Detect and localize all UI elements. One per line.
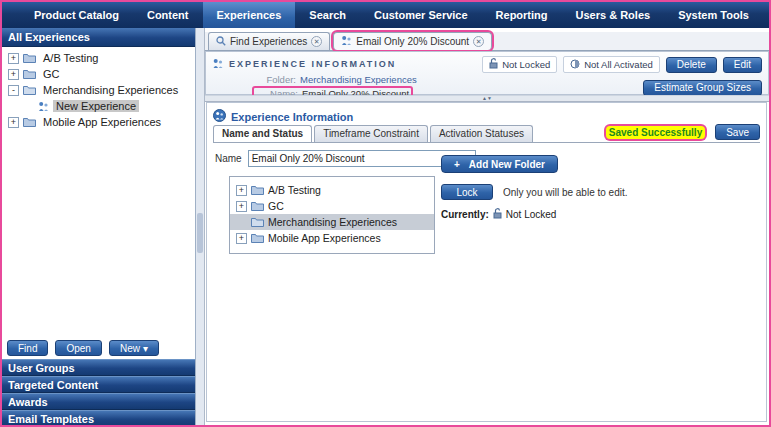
- tree-item-mobile-app-experiences[interactable]: + Mobile App Experiences: [2, 114, 195, 130]
- tab-label: Email Only 20% Discount: [356, 36, 469, 47]
- splitter-handle[interactable]: [197, 213, 203, 253]
- experience-info-title: EXPERIENCE INFORMATION: [229, 59, 396, 69]
- folder-item-merchandising-experiences[interactable]: Merchandising Experiences: [230, 214, 434, 230]
- expand-icon[interactable]: +: [236, 185, 247, 196]
- new-button-label: New: [120, 343, 140, 354]
- tree-item-label: Merchandising Experiences: [40, 84, 181, 96]
- close-icon[interactable]: ✕: [473, 36, 484, 47]
- tree-item-label: A/B Testing: [40, 52, 101, 64]
- expand-icon[interactable]: +: [8, 117, 19, 128]
- dropdown-arrow-icon[interactable]: ▾: [143, 343, 148, 354]
- nav-product-catalog[interactable]: Product Catalog: [20, 2, 133, 28]
- horizontal-splitter[interactable]: ▲▼: [205, 95, 769, 102]
- activation-status-icon: [570, 59, 580, 71]
- folder-icon: [251, 233, 264, 243]
- tab-label: Find Experiences: [230, 36, 307, 47]
- nav-experiences[interactable]: Experiences: [203, 2, 296, 28]
- expand-icon[interactable]: +: [236, 201, 247, 212]
- main-content: Find Experiences ✕ Email Only 20% Discou…: [205, 28, 769, 425]
- sidebar: All Experiences + A/B Testing + GC - Mer…: [2, 28, 196, 425]
- folder-icon: [23, 117, 36, 127]
- name-field-row: Name: [215, 150, 476, 167]
- experience-tree: + A/B Testing + GC - Merchandising Exper…: [2, 47, 195, 335]
- folder-item-label: GC: [268, 200, 284, 212]
- lock-status-row: Currently: Not Locked: [441, 208, 556, 221]
- folder-item-gc[interactable]: + GC: [230, 198, 434, 214]
- unlock-icon: [493, 208, 502, 221]
- detail-tab-bar: Name and Status Timeframe Constraint Act…: [213, 125, 760, 143]
- detail-title: Experience Information: [231, 111, 353, 123]
- sidebar-splitter[interactable]: [196, 28, 205, 425]
- tab-activation-statuses[interactable]: Activation Statuses: [430, 125, 533, 142]
- open-button[interactable]: Open: [55, 340, 101, 356]
- save-button[interactable]: Save: [715, 124, 760, 140]
- nav-users-roles[interactable]: Users & Roles: [562, 2, 665, 28]
- nav-search[interactable]: Search: [295, 2, 360, 28]
- collapse-icon[interactable]: -: [8, 85, 19, 96]
- new-button[interactable]: New ▾: [109, 340, 159, 356]
- experience-icon: [341, 35, 352, 48]
- folder-picker-tree: + A/B Testing + GC Merchandising Experie…: [229, 176, 435, 254]
- add-new-folder-button[interactable]: + Add New Folder: [441, 155, 558, 173]
- sidebar-header-all-experiences[interactable]: All Experiences: [2, 28, 195, 47]
- edit-button[interactable]: Edit: [723, 57, 762, 73]
- nav-system-tools[interactable]: System Tools: [664, 2, 763, 28]
- tab-find-experiences[interactable]: Find Experiences ✕: [208, 32, 330, 50]
- tree-item-label: GC: [40, 68, 63, 80]
- not-all-activated-text: Not All Activated: [584, 59, 653, 70]
- section-user-groups[interactable]: User Groups: [2, 359, 195, 376]
- folder-icon: [23, 69, 36, 79]
- folder-label: Folder:: [206, 74, 296, 86]
- tree-item-label: Mobile App Experiences: [40, 116, 164, 128]
- splitter-arrows-icon[interactable]: ▲▼: [482, 95, 492, 101]
- folder-icon: [251, 185, 264, 195]
- tree-item-new-experience[interactable]: New Experience: [2, 98, 195, 114]
- tree-item-gc[interactable]: + GC: [2, 66, 195, 82]
- folder-value: Merchandising Experiences: [300, 74, 417, 86]
- folder-item-ab-testing[interactable]: + A/B Testing: [230, 182, 434, 198]
- find-button[interactable]: Find: [7, 340, 48, 356]
- nav-content[interactable]: Content: [133, 2, 203, 28]
- top-nav: Product Catalog Content Experiences Sear…: [2, 2, 769, 28]
- expand-icon[interactable]: +: [8, 53, 19, 64]
- tree-item-merchandising-experiences[interactable]: - Merchandising Experiences: [2, 82, 195, 98]
- currently-label: Currently:: [441, 209, 489, 220]
- tree-item-label: New Experience: [53, 100, 139, 112]
- section-awards[interactable]: Awards: [2, 393, 195, 410]
- sidebar-accordion: User Groups Targeted Content Awards Emai…: [2, 359, 195, 427]
- info-icon: [213, 108, 226, 126]
- folder-item-label: Mobile App Experiences: [268, 232, 381, 244]
- tab-email-only-20-discount[interactable]: Email Only 20% Discount ✕: [333, 32, 492, 50]
- section-targeted-content[interactable]: Targeted Content: [2, 376, 195, 393]
- add-new-folder-label: Add New Folder: [469, 159, 545, 170]
- tree-item-ab-testing[interactable]: + A/B Testing: [2, 50, 195, 66]
- experience-info-summary: EXPERIENCE INFORMATION Folder: Merchandi…: [205, 51, 769, 95]
- folder-item-mobile-app-experiences[interactable]: + Mobile App Experiences: [230, 230, 434, 246]
- app-window: Product Catalog Content Experiences Sear…: [0, 0, 771, 427]
- folder-item-label: A/B Testing: [268, 184, 321, 196]
- nav-reporting[interactable]: Reporting: [482, 2, 562, 28]
- detail-header: Experience Information: [207, 103, 766, 126]
- experience-icon: [212, 55, 224, 73]
- plus-icon: +: [454, 159, 460, 170]
- expand-icon[interactable]: +: [236, 233, 247, 244]
- tab-timeframe-constraint[interactable]: Timeframe Constraint: [314, 125, 428, 142]
- estimate-group-sizes-button[interactable]: Estimate Group Sizes: [643, 80, 762, 96]
- lock-button[interactable]: Lock: [441, 184, 493, 200]
- unlock-icon: [489, 58, 498, 71]
- saved-successfully-badge: Saved Successfully: [606, 126, 705, 139]
- folder-item-label: Merchandising Experiences: [268, 216, 397, 228]
- section-email-templates[interactable]: Email Templates: [2, 410, 195, 427]
- delete-button[interactable]: Delete: [666, 57, 717, 73]
- close-icon[interactable]: ✕: [311, 36, 322, 47]
- not-locked-text: Not Locked: [502, 59, 550, 70]
- summary-actions: Not Locked Not All Activated Delete Edit: [482, 56, 762, 73]
- magnifier-icon: [216, 36, 226, 48]
- tab-name-and-status[interactable]: Name and Status: [213, 125, 312, 142]
- nav-customer-service[interactable]: Customer Service: [360, 2, 482, 28]
- expand-icon[interactable]: +: [8, 69, 19, 80]
- not-all-activated-indicator: Not All Activated: [563, 56, 660, 73]
- document-tab-bar: Find Experiences ✕ Email Only 20% Discou…: [205, 32, 769, 51]
- name-field-label: Name: [215, 153, 242, 164]
- experience-icon: [38, 101, 49, 112]
